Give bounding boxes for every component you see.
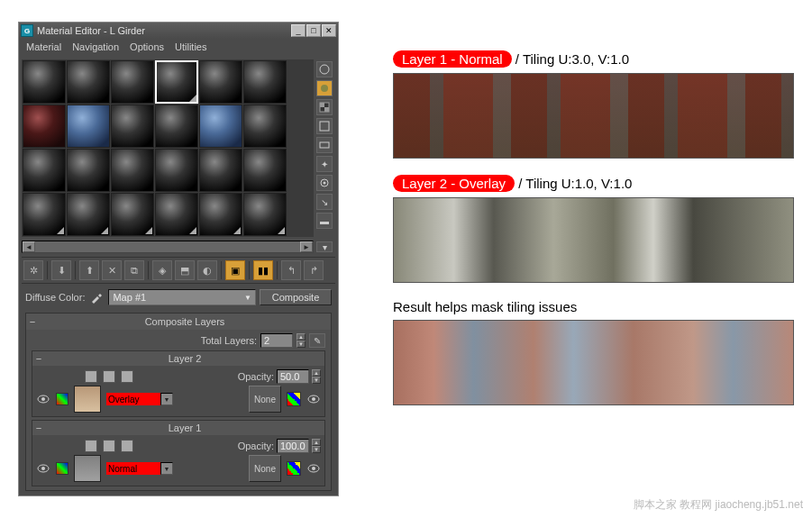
dropdown-arrow-icon[interactable]: ▼ <box>160 393 173 405</box>
mask-slot-button[interactable]: None <box>249 455 281 482</box>
add-layer-icon[interactable]: ✎ <box>309 333 325 348</box>
eyedropper-icon[interactable] <box>88 291 105 304</box>
layer-header[interactable]: − Layer 1 <box>32 421 324 435</box>
material-slot[interactable] <box>23 105 66 148</box>
material-slot[interactable] <box>155 105 198 148</box>
material-slot[interactable] <box>67 193 110 236</box>
rollout-header[interactable]: − Composite Layers <box>26 314 331 330</box>
material-slot[interactable] <box>111 60 154 104</box>
show-end-result-icon[interactable]: ▮▮ <box>253 260 273 280</box>
material-slot[interactable] <box>67 60 110 104</box>
make-copy-icon[interactable]: ⧉ <box>124 260 144 280</box>
map-type-button[interactable]: Composite <box>260 289 332 305</box>
svg-rect-4 <box>324 107 329 112</box>
eye-icon[interactable] <box>306 462 321 475</box>
watermark-text: 脚本之家 教程网 jiaocheng.jb51.net <box>634 497 803 513</box>
material-slot[interactable] <box>199 60 242 104</box>
collapse-icon[interactable]: − <box>32 353 45 364</box>
material-slot[interactable] <box>111 105 154 148</box>
collapse-icon[interactable]: − <box>26 316 39 327</box>
make-preview-icon[interactable]: ✦ <box>316 156 333 172</box>
slot-hscrollbar[interactable]: ◄ ► <box>22 241 314 253</box>
material-map-navigator-icon[interactable]: ▬ <box>316 213 333 229</box>
menu-utilities[interactable]: Utilities <box>175 41 206 54</box>
material-slot[interactable] <box>23 149 66 192</box>
eye-icon[interactable] <box>306 393 321 405</box>
texture-preview-layer1 <box>393 73 794 159</box>
scroll-left-icon[interactable]: ◄ <box>23 241 35 252</box>
eye-icon[interactable] <box>36 462 50 475</box>
backlight-icon[interactable] <box>316 80 333 96</box>
material-slot[interactable] <box>243 149 287 192</box>
material-slot[interactable] <box>199 105 242 148</box>
close-button[interactable]: ✕ <box>322 24 336 37</box>
material-slot[interactable] <box>155 193 198 236</box>
background-icon[interactable] <box>316 99 333 115</box>
put-to-library-icon[interactable]: ⬒ <box>175 260 195 280</box>
put-to-scene-icon[interactable]: ⬇ <box>51 260 71 280</box>
color-swatch-icon[interactable] <box>56 393 68 405</box>
select-by-material-icon[interactable]: ↘ <box>316 194 333 210</box>
material-slot[interactable] <box>199 149 242 192</box>
opacity-spinner[interactable]: 100.0 <box>277 439 309 453</box>
total-layers-spinner[interactable]: 2 <box>260 333 293 348</box>
material-id-icon[interactable]: ◐ <box>197 260 217 280</box>
layer-vis-icon[interactable] <box>85 440 97 452</box>
material-slot[interactable] <box>67 149 110 192</box>
dropdown-arrow-icon[interactable]: ▼ <box>160 462 173 475</box>
slot-count-icon[interactable]: ▾ <box>316 241 333 252</box>
sample-side-toolbar: ✦ ↘ ▬ <box>314 59 335 237</box>
material-slot[interactable] <box>67 105 110 148</box>
texture-thumb[interactable] <box>74 455 101 482</box>
scroll-right-icon[interactable]: ► <box>300 241 313 252</box>
layer-del-icon[interactable] <box>121 440 133 452</box>
map-name-dropdown[interactable]: Map #1▼ <box>108 289 256 305</box>
go-to-parent-icon[interactable]: ↰ <box>281 260 301 280</box>
titlebar[interactable]: G Material Editor - L Girder _ □ ✕ <box>19 23 338 39</box>
reset-map-icon[interactable]: ✕ <box>102 260 122 280</box>
assign-to-selection-icon[interactable]: ⬆ <box>79 260 99 280</box>
svg-point-10 <box>41 397 45 401</box>
material-slot[interactable] <box>111 193 154 236</box>
color-swatch-icon[interactable] <box>56 462 68 475</box>
menu-options[interactable]: Options <box>130 41 164 54</box>
material-slot[interactable] <box>155 149 198 192</box>
go-forward-icon[interactable]: ↱ <box>304 260 324 280</box>
layer-vis-icon[interactable] <box>85 370 97 383</box>
eye-icon[interactable] <box>36 393 50 405</box>
get-material-icon[interactable]: ✲ <box>23 260 43 280</box>
minimize-button[interactable]: _ <box>291 24 306 37</box>
make-unique-icon[interactable]: ◈ <box>152 260 172 280</box>
material-slot[interactable] <box>243 105 287 148</box>
material-slot[interactable] <box>243 193 287 236</box>
mask-color-icon[interactable] <box>287 392 301 406</box>
mask-color-icon[interactable] <box>287 461 301 476</box>
opacity-spinner[interactable]: 50.0 <box>277 369 309 384</box>
spinner-up-icon[interactable]: ▲ <box>297 333 306 341</box>
material-slot[interactable] <box>23 60 66 104</box>
material-slot[interactable] <box>243 60 287 104</box>
material-slot-selected[interactable] <box>155 60 198 104</box>
layer-dup-icon[interactable] <box>103 370 115 383</box>
window-title: Material Editor - L Girder <box>37 25 291 36</box>
spinner-down-icon[interactable]: ▼ <box>297 341 306 348</box>
blend-mode-dropdown[interactable]: Overlay <box>106 393 160 405</box>
video-color-check-icon[interactable] <box>316 137 333 153</box>
options-icon[interactable] <box>316 175 333 191</box>
collapse-icon[interactable]: − <box>32 423 45 433</box>
mask-slot-button[interactable]: None <box>249 386 281 413</box>
layer-header[interactable]: − Layer 2 <box>32 351 324 366</box>
sample-uv-tiling-icon[interactable] <box>316 118 333 134</box>
blend-mode-dropdown[interactable]: Normal <box>106 462 160 475</box>
material-slot[interactable] <box>111 149 154 192</box>
texture-thumb[interactable] <box>74 386 101 413</box>
maximize-button[interactable]: □ <box>306 24 321 37</box>
menu-material[interactable]: Material <box>26 41 61 54</box>
material-slot[interactable] <box>199 193 242 236</box>
material-slot[interactable] <box>23 193 66 236</box>
menu-navigation[interactable]: Navigation <box>72 41 119 54</box>
sample-type-icon[interactable] <box>316 61 333 77</box>
show-in-viewport-icon[interactable]: ▣ <box>225 260 245 280</box>
layer-del-icon[interactable] <box>121 370 133 383</box>
layer-dup-icon[interactable] <box>103 440 115 452</box>
